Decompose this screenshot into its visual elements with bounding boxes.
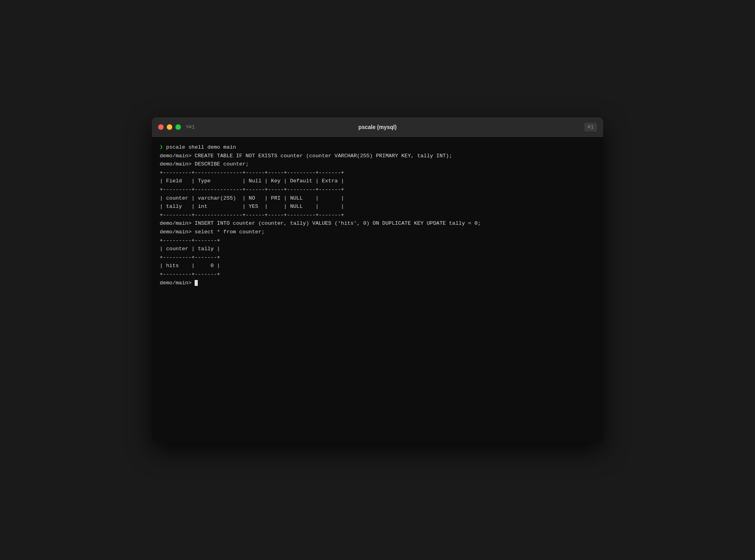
terminal-window: ⌥⌘1 pscale (mysql) ⌘1 ❯ pscale shell dem… <box>152 117 603 443</box>
terminal-line: | Field | Type | Null | Key | Default | … <box>160 177 595 185</box>
traffic-lights <box>158 124 181 130</box>
terminal-line: | hits | 0 | <box>160 262 595 270</box>
terminal-line: +---------+-------+ <box>160 253 595 262</box>
shortcut-right: ⌘1 <box>584 123 597 131</box>
cursor <box>195 280 198 286</box>
minimize-button[interactable] <box>167 124 172 130</box>
terminal-line: demo/main> DESCRIBE counter; <box>160 160 595 169</box>
terminal-line: +---------+---------------+------+-----+… <box>160 185 595 194</box>
terminal-line: +---------+---------------+------+-----+… <box>160 169 595 177</box>
terminal-line: | counter | tally | <box>160 245 595 253</box>
terminal-line: +---------+-------+ <box>160 236 595 245</box>
terminal-line: demo/main> select * from counter; <box>160 228 595 236</box>
terminal-line: demo/main> CREATE TABLE IF NOT EXISTS co… <box>160 152 595 160</box>
terminal-line: +---------+-------+ <box>160 270 595 279</box>
terminal-prompt-end: demo/main> <box>160 279 595 287</box>
terminal-line: | tally | int | YES | | NULL | | <box>160 202 595 211</box>
shortcut-left: ⌥⌘1 <box>186 124 195 130</box>
terminal-line: +---------+---------------+------+-----+… <box>160 211 595 220</box>
terminal-line: demo/main> INSERT INTO counter (counter,… <box>160 219 595 228</box>
close-button[interactable] <box>158 124 164 130</box>
titlebar: ⌥⌘1 pscale (mysql) ⌘1 <box>152 117 603 137</box>
window-title: pscale (mysql) <box>358 124 396 130</box>
maximize-button[interactable] <box>175 124 181 130</box>
terminal-line: ❯ pscale shell demo main <box>160 143 595 152</box>
terminal-line: | counter | varchar(255) | NO | PRI | NU… <box>160 194 595 203</box>
terminal-body[interactable]: ❯ pscale shell demo maindemo/main> CREAT… <box>152 137 603 443</box>
